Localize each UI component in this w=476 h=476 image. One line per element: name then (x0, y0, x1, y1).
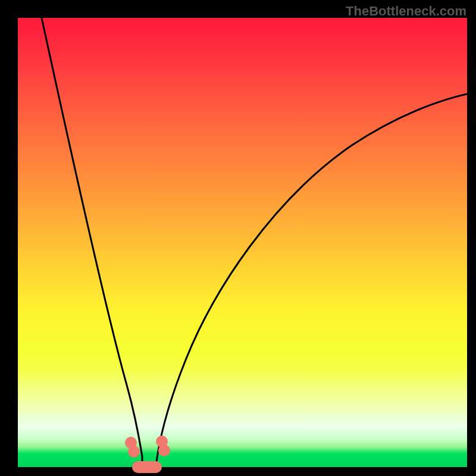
marker-point (158, 444, 170, 456)
curve-left-branch (42, 18, 142, 466)
curve-right-branch (156, 94, 467, 466)
marker-pill (132, 461, 162, 473)
marker-point (128, 446, 140, 458)
chart-area (18, 18, 467, 467)
watermark-text: TheBottleneck.com (346, 4, 466, 19)
chart-curve (18, 18, 467, 467)
